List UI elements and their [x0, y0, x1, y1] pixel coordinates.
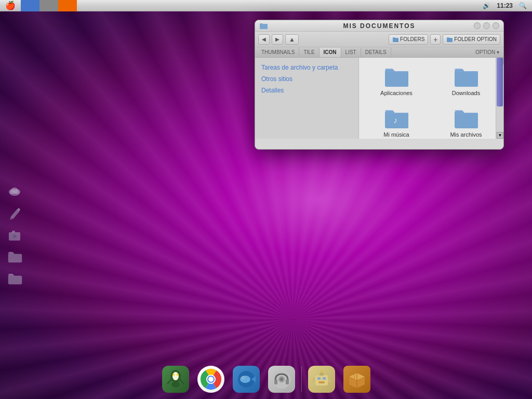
- desktop-icon-camera[interactable]: [5, 225, 24, 244]
- folder-mi-musica[interactable]: ♪ Mi música: [364, 104, 429, 139]
- svg-point-12: [177, 374, 179, 376]
- file-manager-toolbar: ◀ ▶ ▲ FOLDERS + FOLDER OPTION: [255, 32, 503, 47]
- dock-item-fish[interactable]: [231, 364, 262, 395]
- svg-rect-7: [12, 231, 15, 233]
- dock-item-robot[interactable]: [306, 364, 337, 395]
- folder-mis-archivos[interactable]: Mis archivos: [434, 104, 498, 139]
- file-manager-tabs: THUMBNAILS TILE ICON LIST DETAILS OPTION…: [255, 47, 503, 58]
- tab-list[interactable]: LIST: [341, 48, 361, 57]
- desktop-icon-folder2[interactable]: [5, 269, 24, 288]
- svg-rect-31: [318, 381, 325, 383]
- svg-rect-24: [274, 379, 277, 384]
- back-button[interactable]: ◀: [258, 34, 270, 45]
- robot-svg: [311, 369, 332, 390]
- headphones-svg: [271, 369, 292, 390]
- search-icon[interactable]: 🔍: [519, 2, 527, 9]
- add-button[interactable]: +: [430, 34, 441, 45]
- folder-option-button[interactable]: FOLDER OPTION: [443, 34, 500, 45]
- svg-text:♪: ♪: [393, 116, 397, 125]
- dock-icon-headphones: [268, 366, 295, 393]
- window-minimize-btn[interactable]: [483, 22, 490, 29]
- sidebar-other-sites[interactable]: Otros sitios: [255, 73, 358, 85]
- apple-menu[interactable]: 🍎: [0, 0, 21, 11]
- svg-point-6: [13, 235, 16, 238]
- menubar-btn-gray[interactable]: [39, 0, 58, 11]
- tab-thumbnails[interactable]: THUMBNAILS: [257, 48, 299, 57]
- folder-downloads-icon: [454, 66, 478, 88]
- dock-icon-chrome: [197, 366, 224, 393]
- tab-option[interactable]: OPTION ▾: [475, 49, 501, 55]
- svg-rect-35: [312, 378, 315, 382]
- svg-point-3: [11, 188, 18, 194]
- folder-mis-archivos-label: Mis archivos: [450, 131, 482, 138]
- tab-details[interactable]: DETAILS: [361, 48, 391, 57]
- dock-separator: [301, 366, 302, 392]
- scrollbar-thumb[interactable]: [497, 58, 503, 107]
- folder-mis-archivos-icon: [454, 108, 478, 129]
- svg-rect-30: [323, 377, 326, 380]
- dock-item-chrome[interactable]: [195, 364, 227, 395]
- folder-downloads-label: Downloads: [452, 90, 480, 96]
- menubar-btn-orange[interactable]: [58, 0, 77, 11]
- desktop-icon-folder[interactable]: [5, 247, 24, 266]
- menubar-right: 🔊 11:23 🔍: [483, 2, 532, 9]
- apple-icon: 🍎: [5, 1, 16, 10]
- folder-option-icon: [446, 37, 453, 42]
- svg-rect-29: [317, 377, 321, 380]
- folder-option-label: FOLDER OPTION: [454, 36, 497, 42]
- svg-point-13: [171, 381, 180, 388]
- sidebar-tasks[interactable]: Tareas de archivo y carpeta: [255, 62, 358, 73]
- file-manager-content: Tareas de archivo y carpeta Otros sitios…: [255, 58, 503, 139]
- window-maximize-btn[interactable]: [493, 22, 499, 29]
- dock-icon-fish: [233, 366, 260, 393]
- desktop-icon-pen[interactable]: [5, 204, 24, 222]
- file-grid: Aplicaciones Downloads: [359, 58, 503, 139]
- dock-item-headphones[interactable]: [266, 364, 297, 395]
- menubar-btn-blue[interactable]: [21, 0, 39, 11]
- fish-svg: [236, 369, 257, 390]
- file-manager-window: Mis documentos ◀ ▶ ▲ FOLDERS + FOLDE: [255, 20, 504, 150]
- box-svg: [347, 369, 367, 390]
- svg-point-27: [280, 378, 283, 381]
- dock-icon-box: [343, 366, 370, 393]
- folder-mi-musica-label: Mi música: [383, 131, 409, 138]
- svg-point-18: [208, 377, 214, 382]
- svg-rect-36: [328, 378, 331, 382]
- svg-point-20: [240, 376, 250, 383]
- svg-point-11: [172, 374, 175, 376]
- svg-point-34: [321, 370, 323, 372]
- folders-button[interactable]: FOLDERS: [389, 34, 428, 45]
- dock: [0, 357, 532, 399]
- menubar: 🍎 🔊 11:23 🔍: [0, 0, 532, 11]
- tux-svg: [165, 369, 186, 390]
- titlebar-folder-icon: [259, 22, 268, 30]
- dock-item-box[interactable]: [341, 364, 373, 395]
- folder-downloads[interactable]: Downloads: [434, 63, 498, 99]
- svg-rect-28: [315, 375, 328, 385]
- toolbar-right: FOLDERS + FOLDER OPTION: [389, 34, 500, 45]
- folder-mi-musica-icon: ♪: [384, 108, 409, 129]
- file-manager-title: Mis documentos: [343, 22, 415, 30]
- desktop-icon-cloud[interactable]: [5, 182, 24, 201]
- file-manager-titlebar: Mis documentos: [255, 20, 503, 32]
- folder-aplicaciones[interactable]: Aplicaciones: [364, 63, 429, 99]
- tab-icon[interactable]: ICON: [320, 48, 341, 57]
- sidebar-details[interactable]: Detalles: [255, 85, 358, 96]
- scrollbar-arrow-down[interactable]: ▼: [497, 132, 503, 139]
- folders-btn-icon: [392, 37, 398, 42]
- window-close-btn[interactable]: [474, 22, 481, 29]
- chrome-svg: [200, 368, 222, 391]
- forward-button[interactable]: ▶: [272, 34, 283, 45]
- svg-point-10: [172, 372, 179, 380]
- tab-tile[interactable]: TILE: [299, 48, 319, 57]
- window-controls: [474, 22, 499, 29]
- volume-icon[interactable]: 🔊: [483, 2, 490, 9]
- svg-rect-25: [286, 379, 289, 384]
- scrollbar[interactable]: ▲ ▼: [496, 58, 503, 139]
- dock-item-tux[interactable]: [160, 364, 191, 395]
- app-buttons: [21, 0, 77, 11]
- up-button[interactable]: ▲: [285, 34, 299, 45]
- file-manager-sidebar: Tareas de archivo y carpeta Otros sitios…: [255, 58, 359, 139]
- svg-point-22: [243, 377, 244, 378]
- dock-icon-tux: [162, 366, 189, 393]
